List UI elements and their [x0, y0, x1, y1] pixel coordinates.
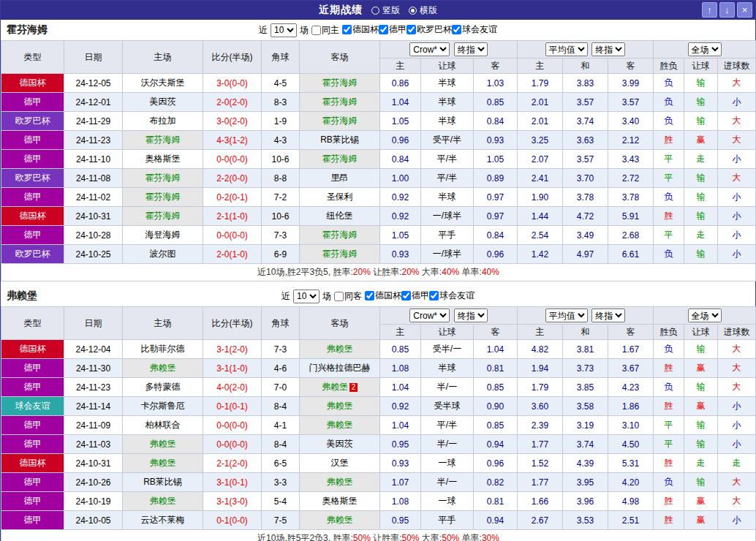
close-button[interactable]: ×: [737, 2, 752, 18]
handicap-line: 一/球半: [421, 245, 474, 264]
away-team: 弗赖堡: [300, 340, 380, 359]
away-team: 纽伦堡: [300, 207, 380, 226]
avg-away-odds: 2.68: [608, 226, 654, 245]
recent-count-select[interactable]: 10: [293, 290, 320, 303]
result-handicap: 输: [684, 169, 718, 188]
league-filter[interactable]: 欧罗巴杯: [407, 23, 452, 36]
result-handicap: 走: [684, 454, 718, 473]
handicap-away-odds: 1.05: [474, 150, 518, 169]
league-checkbox[interactable]: [407, 25, 416, 34]
bookmaker-select[interactable]: Crow*: [409, 309, 450, 322]
league-filter[interactable]: 德甲: [379, 23, 407, 36]
handicap-home-odds: 1.04: [380, 93, 421, 112]
corner-count: 7-0: [262, 378, 300, 397]
avg-away-odds: 3.10: [608, 416, 654, 435]
handicap-home-odds: 0.93: [380, 454, 421, 473]
handicap-away-odds: 1.03: [474, 74, 518, 93]
home-team: 柏林联合: [123, 416, 203, 435]
handicap-line: 一球: [421, 492, 474, 511]
handicap-away-odds: 0.90: [474, 397, 518, 416]
handicap-line: 受平/半: [421, 131, 474, 150]
avg-draw-odds: 3.19: [563, 416, 608, 435]
match-row: 欧罗巴杯24-11-29布拉加3-0(2-0)1-9霍芬海姆1.05半球0.84…: [1, 112, 756, 131]
avg-away-odds: 4.20: [608, 473, 654, 492]
away-team: 美因茨: [300, 435, 380, 454]
league-checkbox[interactable]: [342, 25, 352, 34]
league-checkbox[interactable]: [429, 291, 439, 300]
scope-select[interactable]: 全场: [688, 42, 722, 56]
same-venue-checkbox[interactable]: [311, 26, 321, 35]
match-date: 24-12-04: [64, 340, 123, 359]
average-select[interactable]: 平均值: [545, 42, 588, 56]
average-select[interactable]: 平均值: [545, 309, 588, 322]
results-table: 类型 日期 主场 比分(半场) 角球 客场 Crow* 终指 平均值 终指: [1, 306, 756, 541]
layout-option-vertical[interactable]: 竖版: [371, 4, 400, 17]
league-filter[interactable]: 德国杯: [365, 290, 401, 302]
result-goals: 小: [718, 226, 756, 245]
league-filter[interactable]: 德国杯: [342, 23, 379, 36]
same-venue-checkbox[interactable]: [334, 292, 344, 301]
match-row: 德甲24-11-23多特蒙德4-0(2-0)7-0弗赖堡21.04半/一0.85…: [1, 378, 756, 397]
handicap-line: 平/半: [421, 150, 474, 169]
home-team: 弗赖堡: [123, 359, 203, 378]
avg-draw-odds: 3.78: [563, 188, 608, 207]
summary-segment: 40%: [482, 267, 499, 277]
avg-draw-odds: 3.73: [563, 359, 608, 378]
recent-count-select[interactable]: 10: [271, 23, 297, 37]
match-score: 0-0(0-0): [203, 416, 262, 435]
league-checkbox[interactable]: [401, 291, 411, 300]
avg-away-odds: 1.86: [608, 397, 654, 416]
handicap-away-odds: 0.81: [474, 359, 518, 378]
away-team: 奥格斯堡: [300, 492, 380, 511]
layout-vertical-label: 竖版: [382, 4, 400, 17]
bookmaker-select[interactable]: Crow*: [409, 42, 450, 56]
league-checkbox[interactable]: [452, 25, 461, 34]
match-date: 24-12-01: [64, 93, 123, 112]
move-down-button[interactable]: ↓: [719, 2, 735, 18]
handicap-line: 受半/一: [421, 340, 474, 359]
avg-home-odds: 2.01: [518, 93, 563, 112]
result-winlose: 胜: [654, 207, 684, 226]
layout-option-horizontal[interactable]: 横版: [409, 4, 437, 17]
move-up-button[interactable]: ↑: [702, 2, 717, 18]
away-team: 汉堡: [300, 454, 380, 473]
match-row: 德甲24-12-01美因茨2-0(2-0)8-3霍芬海姆1.04半球0.852.…: [1, 93, 756, 112]
avg-stage-select[interactable]: 终指: [591, 309, 625, 322]
match-score: 3-1(0-1): [203, 473, 262, 492]
league-filter[interactable]: 球会友谊: [452, 23, 497, 36]
avg-home-odds: 1.77: [518, 473, 563, 492]
home-team: RB莱比锡: [123, 473, 203, 492]
match-row: 德国杯24-12-04比勒菲尔德3-1(2-0)7-3弗赖堡0.85受半/一1.…: [1, 340, 756, 359]
avg-stage-select[interactable]: 终指: [591, 42, 625, 56]
summary-segment: 单率:: [459, 533, 482, 541]
same-venue-filter[interactable]: 同主: [311, 24, 339, 37]
result-handicap: 赢: [684, 131, 718, 150]
handicap-home-odds: 0.92: [380, 397, 421, 416]
avg-draw-odds: 3.70: [563, 169, 608, 188]
away-team: 霍芬海姆: [300, 150, 380, 169]
corner-count: 7-2: [262, 188, 300, 207]
panel-title: 近期战绩: [319, 4, 363, 17]
col-score: 比分(半场): [203, 307, 262, 340]
match-row: 德甲24-10-05云达不莱梅0-1(0-0)7-5弗赖堡0.95平手0.942…: [1, 511, 756, 530]
league-checkbox[interactable]: [379, 25, 388, 34]
league-filter[interactable]: 球会友谊: [429, 290, 475, 302]
match-type-badge: 欧罗巴杯: [1, 169, 64, 188]
handicap-away-odds: 0.96: [474, 454, 518, 473]
same-venue-filter[interactable]: 同客: [334, 290, 362, 303]
odds-stage-select[interactable]: 终指: [454, 309, 488, 322]
handicap-away-odds: 0.93: [474, 131, 518, 150]
odds-stage-select[interactable]: 终指: [454, 42, 488, 56]
handicap-home-odds: 1.05: [380, 226, 421, 245]
avg-draw-odds: 3.57: [563, 150, 608, 169]
match-date: 24-10-05: [64, 511, 123, 530]
match-score: 2-1(1-0): [203, 207, 262, 226]
summary-segment: 大率:: [420, 267, 442, 277]
summary-segment: 50%: [402, 533, 420, 541]
league-checkbox[interactable]: [365, 291, 374, 300]
league-filter[interactable]: 德甲: [401, 290, 429, 302]
result-goals: 大: [718, 340, 756, 359]
summary-segment: 大率:: [420, 533, 442, 541]
scope-select[interactable]: 全场: [688, 309, 722, 322]
result-goals: 大: [718, 473, 756, 492]
